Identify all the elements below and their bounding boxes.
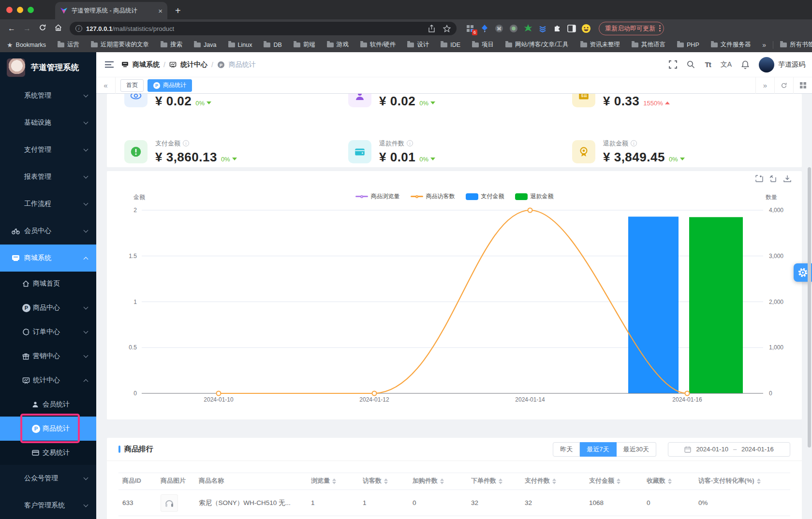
sidebar-item-member-center[interactable]: 会员中心: [0, 217, 96, 245]
breadcrumb-item[interactable]: 统计中心: [180, 60, 207, 69]
col-visitors[interactable]: 访客数: [359, 473, 409, 490]
chart-restore-icon[interactable]: [769, 175, 777, 183]
bookmark-folder-2[interactable]: 搜索: [161, 41, 182, 49]
profile-avatar-icon[interactable]: [581, 24, 591, 33]
filter-last30days-button[interactable]: 最近30天: [617, 442, 656, 457]
tags-menu-icon[interactable]: [793, 77, 812, 94]
sidebar-item-official-account[interactable]: 公众号管理: [0, 465, 96, 492]
window-minimize-button[interactable]: [17, 7, 23, 13]
date-range-picker[interactable]: 2024-01-10 – 2024-01-16: [668, 442, 790, 457]
menu-collapse-icon[interactable]: [105, 60, 114, 70]
font-size-icon[interactable]: Tt: [705, 60, 710, 69]
bookmark-folder-0[interactable]: 运营: [58, 41, 79, 49]
bookmark-folder-7[interactable]: 游戏: [327, 41, 349, 49]
star-extension-icon[interactable]: [523, 24, 533, 33]
sidebar-item-member-statistics[interactable]: 会员统计: [0, 392, 96, 417]
chart-zoom-icon[interactable]: [755, 175, 763, 183]
site-info-icon[interactable]: [75, 25, 82, 32]
sort-icons[interactable]: [499, 478, 502, 484]
info-icon[interactable]: [183, 140, 189, 146]
side-panel-icon[interactable]: [567, 24, 576, 33]
bookmark-folder-3[interactable]: Java: [194, 42, 216, 48]
bookmark-folder-12[interactable]: 网站/博客/文章/工具: [505, 41, 568, 49]
browser-tab[interactable]: 芋道管理系统 - 商品统计 ×: [55, 2, 167, 19]
page-scrollbar[interactable]: [808, 167, 811, 447]
col-order-count[interactable]: 下单件数: [467, 473, 521, 490]
all-bookmarks[interactable]: 所有书签: [780, 41, 812, 49]
kite-extension-icon[interactable]: [480, 24, 489, 33]
url-bar[interactable]: 127.0.0.1/mall/statistics/product: [70, 22, 457, 35]
sort-icons[interactable]: [668, 478, 672, 484]
sort-icons[interactable]: [440, 478, 444, 484]
tab-manager-extension-icon[interactable]: 6: [465, 24, 475, 33]
bookmark-folder-10[interactable]: IDE: [441, 42, 460, 48]
legend-item-visitors[interactable]: 商品访客数: [411, 192, 455, 201]
bookmark-star-icon[interactable]: [443, 25, 451, 32]
language-icon[interactable]: 文A: [721, 60, 732, 69]
puzzle-extensions-icon[interactable]: [552, 24, 562, 33]
chart-canvas[interactable]: 24,0001.53,00012,0000.51,00000金额数量2024-0…: [107, 171, 802, 419]
legend-item-browse[interactable]: 商品浏览量: [355, 192, 400, 201]
new-tab-button[interactable]: +: [175, 5, 181, 16]
sort-icons[interactable]: [617, 478, 620, 484]
back-icon[interactable]: ←: [5, 24, 18, 33]
forward-icon[interactable]: →: [20, 24, 34, 33]
sidebar-item-mall-home[interactable]: 商城首页: [0, 272, 96, 296]
info-icon[interactable]: [631, 140, 637, 146]
col-conversion[interactable]: 访客-支付转化率(%): [694, 473, 790, 490]
bookmark-folder-15[interactable]: PHP: [677, 42, 699, 48]
info-icon[interactable]: [407, 140, 413, 146]
bookmark-folder-9[interactable]: 设计: [407, 41, 429, 49]
sidebar-item-trade-statistics[interactable]: 交易统计: [0, 441, 96, 465]
bookmark-folder-6[interactable]: 前端: [294, 41, 315, 49]
sidebar-item-marketing-center[interactable]: 营销中心: [0, 344, 96, 368]
bookmarks-overflow-icon[interactable]: »: [762, 41, 766, 49]
sort-icons[interactable]: [757, 478, 761, 484]
sidebar-item-order-center[interactable]: 订单中心: [0, 320, 96, 344]
tab-close-icon[interactable]: ×: [158, 7, 162, 15]
chrome-update-button[interactable]: 重新启动即可更新: [599, 22, 664, 35]
tag-home[interactable]: 首页: [120, 79, 144, 92]
cmd-extension-icon[interactable]: ⌘: [494, 24, 504, 33]
table-row[interactable]: 633 索尼（SONY）WH-CH510: [118, 490, 790, 516]
col-paid-amount[interactable]: 支付金额: [585, 473, 643, 490]
reload-icon[interactable]: [36, 24, 49, 33]
fullscreen-icon[interactable]: [669, 60, 677, 69]
bookmark-folder-14[interactable]: 其他语言: [632, 41, 665, 49]
window-close-button[interactable]: [6, 7, 13, 13]
bookmarks-root[interactable]: ★ Bookmarks: [7, 41, 46, 49]
cell-product-name[interactable]: 索尼（SONY）WH-CH510 无...: [195, 490, 307, 516]
home-icon[interactable]: [51, 24, 65, 33]
bookmark-folder-5[interactable]: DB: [264, 42, 281, 48]
window-zoom-button[interactable]: [28, 7, 34, 13]
sidebar-item-product-center[interactable]: P 商品中心: [0, 296, 96, 320]
tags-scroll-left-icon[interactable]: «: [96, 77, 116, 94]
product-image[interactable]: [161, 494, 178, 512]
tags-refresh-icon[interactable]: [774, 77, 793, 94]
layers-extension-icon[interactable]: [538, 24, 547, 33]
sidebar-item-system-management[interactable]: 系统管理: [0, 82, 96, 109]
bookmark-folder-4[interactable]: Linux: [228, 42, 252, 48]
app-logo-row[interactable]: 芋道管理系统: [0, 52, 96, 79]
legend-item-pay-amount[interactable]: 支付金额: [466, 192, 504, 201]
col-views[interactable]: 浏览量: [307, 473, 359, 490]
sidebar-item-report-management[interactable]: 报表管理: [0, 163, 96, 190]
share-icon[interactable]: [428, 25, 435, 32]
sidebar-item-crm[interactable]: 客户管理系统: [0, 492, 96, 519]
col-paid-count[interactable]: 支付件数: [521, 473, 585, 490]
search-icon[interactable]: [687, 60, 695, 69]
user-menu[interactable]: 芋道源码: [759, 57, 805, 72]
breadcrumb-item[interactable]: 商城系统: [133, 60, 160, 69]
col-cart-count[interactable]: 加购件数: [409, 473, 467, 490]
bookmark-folder-16[interactable]: 文件服务器: [711, 41, 751, 49]
bell-icon[interactable]: [741, 60, 749, 69]
sort-icons[interactable]: [384, 478, 388, 484]
tags-scroll-right-icon[interactable]: »: [755, 77, 774, 94]
bookmark-folder-13[interactable]: 资讯未整理: [580, 41, 620, 49]
sort-icons[interactable]: [332, 478, 336, 484]
tag-product-statistics[interactable]: P 商品统计: [148, 79, 192, 92]
dot-extension-icon[interactable]: [509, 24, 518, 33]
sidebar-item-infrastructure[interactable]: 基础设施: [0, 109, 96, 136]
bookmark-folder-1[interactable]: 近期需要读的文章: [91, 41, 149, 49]
filter-last7days-button[interactable]: 最近7天: [580, 442, 616, 457]
